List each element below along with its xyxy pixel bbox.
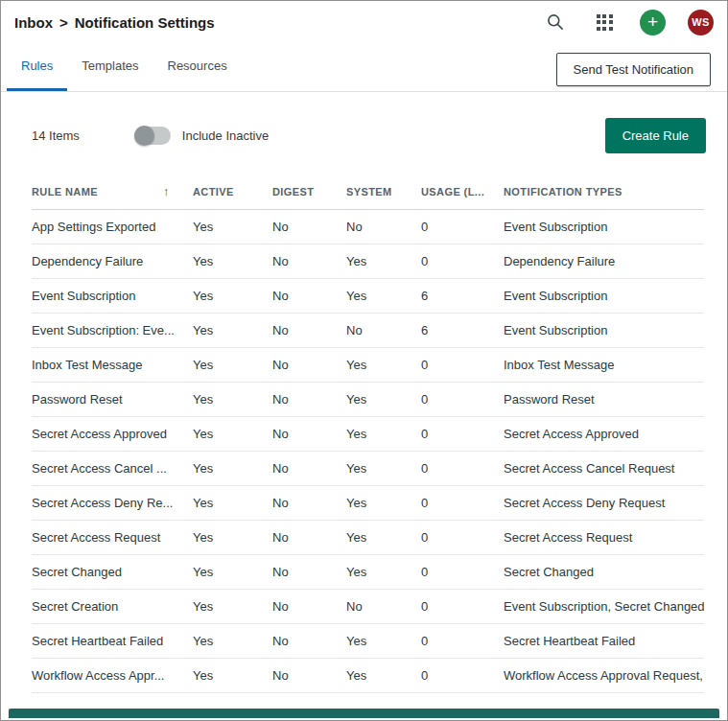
rule-name-cell[interactable]: Dependency Failure bbox=[32, 254, 193, 268]
table-cell: Yes bbox=[346, 427, 421, 441]
table-cell: Event Subscription bbox=[504, 220, 704, 234]
table-cell: 0 bbox=[421, 634, 504, 648]
column-header[interactable]: RULE NAME↑ bbox=[32, 184, 193, 198]
table-cell: No bbox=[346, 323, 421, 337]
table-cell: No bbox=[272, 289, 346, 303]
toolbar: 14 Items Include Inactive Create Rule bbox=[32, 118, 706, 153]
app-header: Inbox > Notification Settings + WS bbox=[1, 1, 727, 43]
table-cell: Yes bbox=[193, 220, 272, 234]
table-cell: Event Subscription, Secret Changed bbox=[504, 599, 704, 614]
table-cell: No bbox=[272, 220, 346, 234]
table-row[interactable]: Event Subscription: Eve...YesNoNo6Event … bbox=[32, 314, 704, 348]
table-cell: 0 bbox=[421, 496, 504, 510]
table-cell: No bbox=[272, 668, 346, 683]
table-cell: Secret Heartbeat Failed bbox=[504, 634, 704, 648]
column-header[interactable]: SYSTEM bbox=[346, 186, 421, 198]
table-cell: Yes bbox=[193, 392, 272, 407]
rule-name-cell[interactable]: Secret Creation bbox=[32, 599, 193, 614]
table-cell: Secret Access Deny Request bbox=[504, 496, 704, 510]
rule-name-cell[interactable]: Secret Access Approved bbox=[32, 427, 193, 441]
breadcrumb: Inbox > Notification Settings bbox=[14, 14, 215, 31]
table-cell: 0 bbox=[421, 254, 504, 268]
column-header[interactable]: NOTIFICATION TYPES bbox=[504, 186, 704, 198]
table-cell: 0 bbox=[421, 358, 504, 372]
rule-name-cell[interactable]: Secret Changed bbox=[32, 565, 193, 579]
table-cell: Password Reset bbox=[504, 392, 704, 407]
table-cell: Yes bbox=[346, 496, 421, 510]
table-cell: No bbox=[272, 565, 346, 579]
table-cell: Inbox Test Message bbox=[504, 358, 704, 372]
table-cell: Yes bbox=[193, 254, 272, 268]
rule-name-cell[interactable]: Secret Access Deny Re... bbox=[32, 496, 193, 510]
table-cell: Yes bbox=[346, 634, 421, 648]
table-cell: Yes bbox=[346, 358, 421, 372]
table-cell: Yes bbox=[193, 634, 272, 648]
column-header[interactable]: ACTIVE bbox=[193, 186, 272, 198]
column-header[interactable]: USAGE (L... bbox=[421, 186, 504, 198]
tab-resources[interactable]: Resources bbox=[153, 43, 242, 91]
include-inactive-toggle[interactable] bbox=[134, 127, 171, 145]
table-row[interactable]: Inbox Test MessageYesNoYes0Inbox Test Me… bbox=[32, 348, 704, 383]
table-cell: No bbox=[272, 358, 346, 372]
table-cell: Yes bbox=[346, 461, 421, 476]
page-title: Notification Settings bbox=[75, 14, 215, 31]
tab-templates[interactable]: Templates bbox=[67, 43, 153, 91]
table-cell: No bbox=[346, 220, 421, 234]
table-cell: Yes bbox=[193, 565, 272, 579]
apps-grid-icon[interactable] bbox=[591, 9, 618, 35]
table-row[interactable]: Secret CreationYesNoNo0Event Subscriptio… bbox=[32, 590, 704, 624]
table-row[interactable]: Secret Access Deny Re...YesNoYes0Secret … bbox=[32, 486, 704, 521]
breadcrumb-root[interactable]: Inbox bbox=[14, 14, 53, 31]
table-cell: 0 bbox=[421, 565, 504, 579]
table-row[interactable]: Secret Heartbeat FailedYesNoYes0Secret H… bbox=[32, 624, 704, 659]
table-cell: Yes bbox=[346, 289, 421, 303]
table-row[interactable]: Secret ChangedYesNoYes0Secret Changed bbox=[32, 555, 704, 590]
table-cell: 0 bbox=[421, 530, 504, 545]
rule-name-cell[interactable]: Event Subscription: Eve... bbox=[32, 323, 193, 337]
rule-name-cell[interactable]: Secret Heartbeat Failed bbox=[32, 634, 193, 648]
table-cell: No bbox=[272, 392, 346, 407]
table-cell: Yes bbox=[193, 289, 272, 303]
table-cell: 6 bbox=[421, 289, 504, 303]
table-row[interactable]: Event SubscriptionYesNoYes6Event Subscri… bbox=[32, 279, 704, 314]
rule-name-cell[interactable]: Inbox Test Message bbox=[32, 358, 193, 372]
table-cell: 0 bbox=[421, 427, 504, 441]
table-row[interactable]: Workflow Access Appr...YesNoYes0Workflow… bbox=[32, 659, 704, 693]
table-cell: Secret Changed bbox=[504, 565, 704, 579]
table-cell: Yes bbox=[346, 668, 421, 683]
table-cell: Secret Access Cancel Request bbox=[504, 461, 704, 476]
table-row[interactable]: Password ResetYesNoYes0Password Reset bbox=[32, 383, 704, 417]
table-row[interactable]: Dependency FailureYesNoYes0Dependency Fa… bbox=[32, 244, 704, 279]
table-cell: Workflow Access Approval Request, bbox=[504, 668, 704, 683]
search-icon[interactable] bbox=[542, 9, 569, 35]
table-cell: No bbox=[272, 530, 346, 545]
rule-name-cell[interactable]: Event Subscription bbox=[32, 289, 193, 303]
table-row[interactable]: Secret Access RequestYesNoYes0Secret Acc… bbox=[32, 521, 704, 555]
add-button[interactable]: + bbox=[640, 10, 666, 35]
rule-name-cell[interactable]: Secret Access Request bbox=[32, 530, 193, 545]
avatar[interactable]: WS bbox=[688, 10, 714, 35]
table-cell: No bbox=[272, 634, 346, 648]
rule-name-cell[interactable]: Workflow Access Appr... bbox=[32, 668, 193, 683]
table-row[interactable]: App Settings ExportedYesNoNo0Event Subsc… bbox=[32, 210, 704, 244]
create-rule-button[interactable]: Create Rule bbox=[605, 118, 706, 153]
table-cell: Yes bbox=[193, 323, 272, 337]
table-cell: 6 bbox=[421, 323, 504, 337]
table-cell: Yes bbox=[193, 461, 272, 476]
toggle-thumb bbox=[134, 126, 154, 146]
table-cell: Yes bbox=[346, 254, 421, 268]
rule-name-cell[interactable]: Secret Access Cancel ... bbox=[32, 461, 193, 476]
table-row[interactable]: Secret Access Cancel ...YesNoYes0Secret … bbox=[32, 452, 704, 486]
rule-name-cell[interactable]: App Settings Exported bbox=[32, 220, 193, 234]
send-test-notification-button[interactable]: Send Test Notification bbox=[556, 53, 712, 86]
table-cell: Secret Access Request bbox=[504, 530, 704, 545]
table-cell: Yes bbox=[346, 565, 421, 579]
table-row[interactable]: Secret Access ApprovedYesNoYes0Secret Ac… bbox=[32, 417, 704, 452]
table-cell: 0 bbox=[421, 668, 504, 683]
table-cell: Yes bbox=[346, 530, 421, 545]
column-header[interactable]: DIGEST bbox=[272, 186, 346, 198]
tab-rules[interactable]: Rules bbox=[7, 43, 67, 91]
table-cell: Event Subscription bbox=[504, 289, 704, 303]
table-cell: No bbox=[346, 599, 421, 614]
rule-name-cell[interactable]: Password Reset bbox=[32, 392, 193, 407]
